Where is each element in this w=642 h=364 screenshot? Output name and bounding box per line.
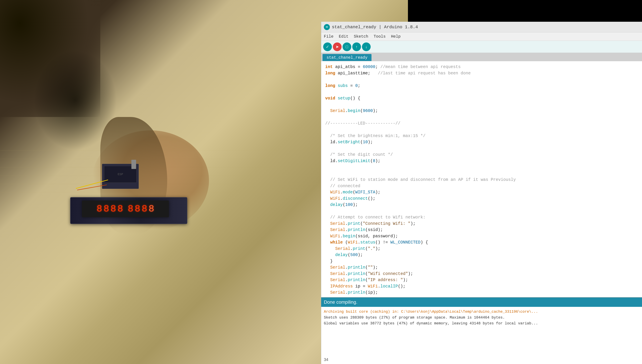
led-digit-2: 8 [104, 204, 109, 214]
toolbar: ✓ ➤ □ ↑ ↓ [321, 41, 642, 53]
tab-label: stat_chanel_ready [327, 55, 367, 60]
code-line-blank-7 [325, 164, 638, 170]
code-line-16: // Attempt to connect to Wifi network: [325, 214, 638, 220]
led-digit-1: 8 [97, 204, 102, 214]
screen-container: 8 8 8 8 8 8 8 8 ESP ∞ stat_chanel_ready … [0, 0, 642, 364]
menubar: File Edit Sketch Tools Help [321, 32, 642, 41]
status-bar: Done compiling. Archiving built core (ca… [321, 297, 642, 364]
code-line-blank-8 [325, 170, 638, 177]
led-digit-8: 8 [149, 204, 154, 214]
code-line-21: Serial.print("."); [325, 246, 638, 252]
code-line-18: Serial.println(ssid); [325, 227, 638, 233]
code-line-blank-3 [325, 102, 638, 108]
menu-help[interactable]: Help [391, 34, 401, 39]
code-line-5: Serial.begin(9600); [325, 108, 638, 114]
code-line-11: // Set WiFi to station mode and disconne… [325, 177, 638, 183]
code-line-blank-4 [325, 114, 638, 120]
code-line-2: long api_lasttime; //last time api reque… [325, 70, 638, 76]
code-line-15: delay(100); [325, 202, 638, 208]
code-line-13: WiFi.mode(WIFI_STA); [325, 189, 638, 196]
status-line-2: Sketch uses 288309 bytes (27%) of progra… [324, 315, 639, 320]
menu-file[interactable]: File [324, 34, 334, 39]
code-line-27: IPAddress ip = WiFi.localIP(); [325, 283, 638, 290]
led-digit-6: 8 [135, 204, 141, 214]
code-line-blank-6 [325, 146, 638, 152]
upload-button[interactable]: ➤ [333, 42, 342, 51]
ide-window: ∞ stat_chanel_ready | Arduino 1.8.4 File… [321, 22, 642, 364]
code-line-25: Serial.println("Wifi connected"); [325, 271, 638, 277]
led-digit-4: 8 [117, 204, 123, 214]
led-digit-7: 8 [142, 204, 147, 214]
code-line-7: /* Set the brightness min:1, max:15 */ [325, 133, 638, 139]
status-line-1: Archiving built core (caching) in: C:\Us… [324, 309, 639, 315]
code-line-blank-2 [325, 89, 638, 95]
code-line-blank-9 [325, 208, 638, 214]
code-line-23: } [325, 258, 638, 264]
code-line-4: void setup() { [325, 95, 638, 102]
save-button[interactable]: ↓ [362, 42, 371, 51]
code-editor[interactable]: int api_atbs = 60000; //mean time betwee… [321, 61, 642, 310]
status-output: Archiving built core (caching) in: C:\Us… [321, 307, 642, 328]
menu-sketch[interactable]: Sketch [354, 34, 368, 39]
tab-stat-chanel-ready[interactable]: stat_chanel_ready [323, 54, 371, 61]
status-title: Done compiling. [324, 300, 357, 305]
code-line-6: //-----------LED------------// [325, 120, 638, 127]
verify-button[interactable]: ✓ [323, 42, 332, 51]
code-line-22: delay(500); [325, 252, 638, 258]
menu-tools[interactable]: Tools [374, 34, 386, 39]
code-line-12: // connected [325, 183, 638, 189]
title-bar: ∞ stat_chanel_ready | Arduino 1.8.4 [321, 22, 642, 32]
line-number: 34 [324, 357, 328, 362]
line-number-indicator: 34 [324, 357, 328, 362]
code-line-blank-1 [325, 76, 638, 83]
status-header: Done compiling. [321, 298, 642, 307]
code-line-20: while (WiFi.status() != WL_CONNECTED) { [325, 239, 638, 246]
code-line-14: WiFi.disconnect(); [325, 196, 638, 202]
led-display: 8 8 8 8 8 8 8 8 [82, 200, 169, 217]
status-line-3: Global variables use 38772 bytes (47%) o… [324, 320, 639, 326]
open-button[interactable]: ↑ [352, 42, 361, 51]
led-digit-3: 8 [111, 204, 116, 214]
code-line-3: long subs = 0; [325, 83, 638, 89]
new-button[interactable]: □ [343, 42, 351, 51]
code-line-1: int api_atbs = 60000; //mean time betwee… [325, 64, 638, 70]
code-line-19: WiFi.begin(ssid, password); [325, 233, 638, 240]
tab-bar: stat_chanel_ready [321, 53, 642, 61]
code-line-blank-5 [325, 126, 638, 133]
led-digit-5: 8 [128, 204, 133, 214]
code-line-9: /* Set the digit count */ [325, 152, 638, 158]
window-title: stat_chanel_ready | Arduino 1.8.4 [332, 24, 418, 30]
arduino-icon: ∞ [324, 24, 330, 30]
code-line-17: Serial.print("Connecting Wifi: "); [325, 220, 638, 227]
code-line-8: ld.setBright(10); [325, 139, 638, 146]
code-line-10: ld.setDigitLimit(8); [325, 158, 638, 164]
menu-edit[interactable]: Edit [339, 34, 349, 39]
code-line-24: Serial.println(""); [325, 264, 638, 271]
code-line-28: Serial.println(ip); [325, 290, 638, 296]
code-line-26: Serial.println("IP address: "); [325, 277, 638, 283]
